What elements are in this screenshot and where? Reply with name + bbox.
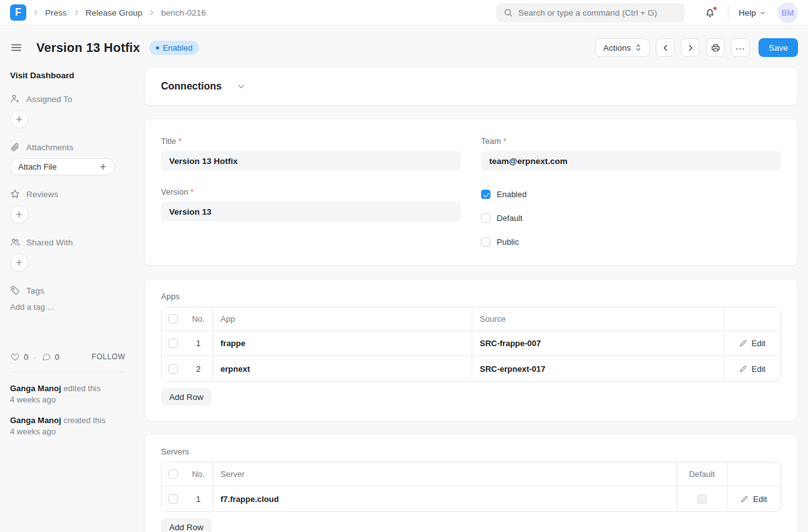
- chevron-right-icon: [686, 44, 695, 52]
- select-all-checkbox[interactable]: [168, 469, 178, 479]
- breadcrumb-item-press[interactable]: Press: [45, 8, 67, 18]
- tags-section: Tags Add a tag ...: [10, 285, 125, 312]
- edit-label: Edit: [752, 339, 765, 348]
- navbar-divider: [728, 6, 728, 19]
- default-checkbox-row[interactable]: Default: [481, 213, 781, 223]
- form-main: Connections Title *: [144, 67, 798, 532]
- title-label: Title *: [161, 136, 461, 146]
- activity-user: Ganga Manoj: [10, 416, 61, 425]
- comment-button[interactable]: 0: [41, 352, 60, 362]
- status-badge: Enabled: [149, 41, 200, 55]
- add-assignment-button[interactable]: [10, 110, 28, 128]
- add-review-button[interactable]: [10, 205, 28, 223]
- activity-time: 4 weeks ago: [10, 394, 125, 406]
- actions-caret-icon: [635, 44, 641, 51]
- frappe-logo[interactable]: F: [10, 4, 26, 21]
- add-tag-input[interactable]: Add a tag ...: [10, 302, 125, 312]
- apps-section-label: Apps: [161, 292, 781, 301]
- ellipsis-icon: ...: [735, 41, 745, 54]
- enabled-checkbox[interactable]: [481, 190, 490, 199]
- edit-label: Edit: [753, 494, 767, 504]
- breadcrumb-chevron-icon: [72, 8, 81, 17]
- team-field[interactable]: [481, 151, 781, 171]
- apps-table: No. App Source 1 frappe SRC-frappe-007: [161, 307, 781, 382]
- sidebar-toggle-button[interactable]: [10, 41, 23, 54]
- prev-record-button[interactable]: [656, 38, 675, 57]
- shared-with-label: Shared With: [26, 238, 73, 247]
- connections-toggle[interactable]: Connections: [161, 81, 246, 92]
- navbar-right: Help BM: [702, 3, 798, 23]
- printer-icon: [711, 43, 720, 53]
- plus-icon: [99, 163, 107, 171]
- star-icon: [10, 189, 20, 199]
- more-options-button[interactable]: ...: [731, 38, 750, 57]
- edit-row-button[interactable]: Edit: [740, 494, 767, 504]
- apps-table-row[interactable]: 2 erpnext SRC-erpnext-017 Edit: [162, 356, 780, 381]
- app-source: SRC-frappe-007: [480, 339, 541, 348]
- count-separator: ·: [33, 352, 36, 362]
- next-record-button[interactable]: [681, 38, 700, 57]
- search-icon: [504, 8, 513, 18]
- search-input[interactable]: [518, 8, 677, 18]
- title-field-group: Title *: [161, 136, 461, 171]
- apps-col-source: Source: [472, 307, 724, 330]
- required-marker: *: [179, 136, 182, 146]
- breadcrumb: F Press Release Group bench-0216: [10, 4, 496, 21]
- apps-table-header: No. App Source: [162, 307, 780, 331]
- public-checkbox-row[interactable]: Public: [481, 237, 781, 247]
- row-select-checkbox[interactable]: [168, 494, 178, 504]
- edit-row-button[interactable]: Edit: [739, 364, 765, 374]
- sidebar-divider: [10, 372, 125, 372]
- visit-dashboard-link[interactable]: Visit Dashboard: [10, 71, 125, 80]
- details-card: Title * Version *: [144, 118, 798, 266]
- paperclip-icon: [10, 142, 20, 152]
- notifications-button[interactable]: [702, 5, 718, 21]
- print-button[interactable]: [706, 38, 725, 57]
- user-plus-icon: [10, 94, 20, 104]
- like-button[interactable]: 0: [10, 352, 28, 362]
- status-badge-label: Enabled: [163, 43, 193, 53]
- shared-with-section: Shared With: [10, 237, 125, 272]
- breadcrumb-item-release-group[interactable]: Release Group: [86, 8, 143, 18]
- comment-count: 0: [55, 352, 60, 362]
- pencil-icon: [740, 495, 748, 503]
- help-menu[interactable]: Help: [738, 8, 766, 18]
- edit-row-button[interactable]: Edit: [739, 339, 765, 348]
- pencil-icon: [739, 365, 747, 373]
- app-name: erpnext: [220, 364, 250, 374]
- apps-add-row-button[interactable]: Add Row: [161, 388, 212, 406]
- add-share-button[interactable]: [10, 253, 28, 272]
- team-field-group: Team *: [481, 136, 781, 171]
- breadcrumb-item-current: bench-0216: [161, 8, 205, 18]
- servers-table-row[interactable]: 1 f7.frappe.cloud Edit: [162, 486, 780, 511]
- reviews-label: Reviews: [26, 190, 58, 199]
- form-sidebar: Visit Dashboard Assigned To Attachments: [10, 67, 125, 437]
- assigned-to-section: Assigned To: [10, 94, 125, 128]
- default-checkbox[interactable]: [481, 213, 490, 223]
- assigned-to-label: Assigned To: [26, 95, 72, 104]
- save-button[interactable]: Save: [759, 38, 798, 57]
- team-label: Team *: [481, 136, 781, 146]
- servers-add-row-button[interactable]: Add Row: [161, 518, 212, 532]
- attach-file-button[interactable]: Attach File: [10, 158, 115, 175]
- enabled-checkbox-label: Enabled: [497, 190, 527, 199]
- public-checkbox[interactable]: [481, 237, 490, 247]
- servers-col-default: Default: [677, 463, 727, 486]
- global-search[interactable]: [496, 3, 685, 23]
- apps-table-row[interactable]: 1 frappe SRC-frappe-007 Edit: [162, 331, 780, 356]
- row-select-checkbox[interactable]: [168, 339, 178, 348]
- follow-button[interactable]: FOLLOW: [91, 352, 125, 361]
- apps-col-app: App: [213, 307, 472, 330]
- attachments-section: Attachments Attach File: [10, 142, 125, 175]
- activity-action: edited this: [63, 384, 100, 393]
- actions-dropdown-button[interactable]: Actions: [595, 38, 650, 57]
- servers-table: No. Server Default 1 f7.frappe.cloud: [161, 462, 781, 512]
- title-field[interactable]: [161, 151, 461, 171]
- row-select-checkbox[interactable]: [168, 364, 178, 374]
- default-server-checkbox[interactable]: [697, 494, 707, 504]
- user-avatar[interactable]: BM: [777, 3, 798, 23]
- enabled-checkbox-row[interactable]: Enabled: [481, 190, 781, 199]
- select-all-checkbox[interactable]: [168, 314, 178, 324]
- version-field[interactable]: [161, 202, 461, 222]
- breadcrumb-chevron-icon: [31, 8, 40, 17]
